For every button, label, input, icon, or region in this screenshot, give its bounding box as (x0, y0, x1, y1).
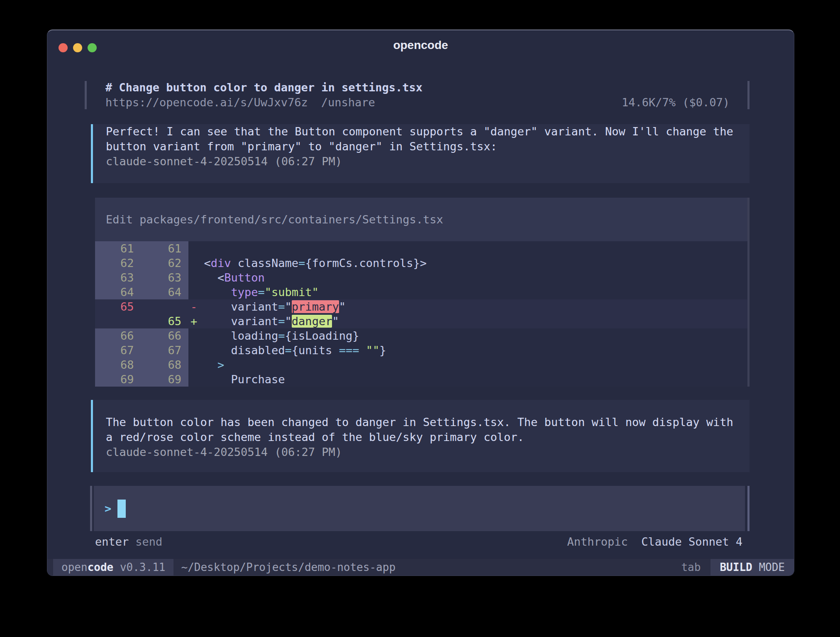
session-header: # Change button color to danger in setti… (85, 80, 750, 110)
assistant-message: The button color has been changed to dan… (91, 400, 750, 472)
session-title: # Change button color to danger in setti… (105, 80, 422, 95)
hint-row: enter send Anthropic Claude Sonnet 4 (85, 534, 750, 549)
edit-tool-header: Edit packages/frontend/src/containers/Se… (95, 198, 747, 241)
diff-row: 6666 loading={isLoading} (95, 328, 747, 343)
app-version: v0.3.11 (120, 561, 166, 573)
send-action-hint: send (135, 534, 162, 549)
header-left-bar (85, 81, 87, 109)
diff-row: 6363 <Button (95, 270, 747, 285)
input-left-bar (90, 486, 92, 531)
message-text: a red/rose color scheme instead of the b… (106, 430, 741, 445)
message-text: Perfect! I can see that the Button compo… (106, 124, 741, 139)
input-right-bar (747, 486, 750, 531)
unshare-command[interactable]: /unshare (321, 95, 375, 110)
diff-row: 65+ variant="danger" (95, 314, 747, 328)
diff-row: 6262 <div className={formCs.controls}> (95, 256, 747, 270)
mode-build: BUILD (720, 561, 752, 573)
working-directory: ~/Desktop/Projects/demo-notes-app (181, 559, 396, 576)
assistant-message: Perfect! I can see that the Button compo… (91, 124, 750, 183)
close-window-button[interactable] (59, 43, 68, 52)
diff-row: 6464 type="submit" (95, 285, 747, 299)
desktop: { "window": { "title": "opencode" }, "he… (0, 0, 840, 637)
app-name-open: open (61, 561, 88, 573)
diff-row: 65- variant="primary" (95, 299, 747, 314)
message-text: button variant from "primary" to "danger… (106, 139, 741, 154)
prompt-input[interactable]: > (94, 486, 745, 531)
diff-view: 6161 6262 <div className={formCs.control… (95, 241, 747, 387)
minimize-window-button[interactable] (73, 43, 82, 52)
edit-tool-title: Edit packages/frontend/src/containers/Se… (106, 212, 747, 227)
mode-chip: BUILD MODE (711, 559, 794, 576)
diff-body: 6161 6262 <div className={formCs.control… (95, 241, 747, 387)
share-url[interactable]: https://opencode.ai/s/UwJxv76z (105, 95, 308, 110)
header-right-bar (747, 81, 750, 109)
model-label: Claude Sonnet 4 (641, 535, 742, 548)
diff-row: 6161 (95, 241, 747, 256)
app-name-code: code (88, 561, 114, 573)
diff-row: 6868 > (95, 358, 747, 372)
message-text: The button color has been changed to dan… (106, 415, 741, 430)
prompt-input-row: > (85, 486, 750, 531)
tab-key-hint[interactable]: tab (681, 559, 701, 576)
status-bar: opencode v0.3.11 ~/Desktop/Projects/demo… (47, 559, 794, 576)
diff-row: 6767 disabled={units === ""} (95, 343, 747, 358)
prompt-symbol: > (105, 502, 111, 515)
main-content: # Change button color to danger in setti… (85, 60, 750, 559)
edit-tool-block: Edit packages/frontend/src/containers/Se… (95, 198, 750, 387)
message-meta: claude-sonnet-4-20250514 (06:27 PM) (106, 445, 741, 460)
titlebar: opencode (47, 30, 794, 60)
message-meta: claude-sonnet-4-20250514 (06:27 PM) (106, 154, 741, 169)
diff-row: 6969 Purchase (95, 372, 747, 387)
mode-label: MODE (759, 561, 785, 573)
provider-label: Anthropic (567, 535, 628, 548)
context-stats: 14.6K/7% ($0.07) (622, 95, 730, 110)
enter-key-hint: enter (95, 534, 129, 549)
maximize-window-button[interactable] (88, 43, 97, 52)
opencode-window: opencode # Change button color to danger… (47, 29, 794, 576)
app-version-chip: opencode v0.3.11 (53, 559, 173, 576)
traffic-lights (59, 43, 97, 52)
text-cursor (117, 500, 126, 518)
window-title: opencode (393, 39, 448, 52)
